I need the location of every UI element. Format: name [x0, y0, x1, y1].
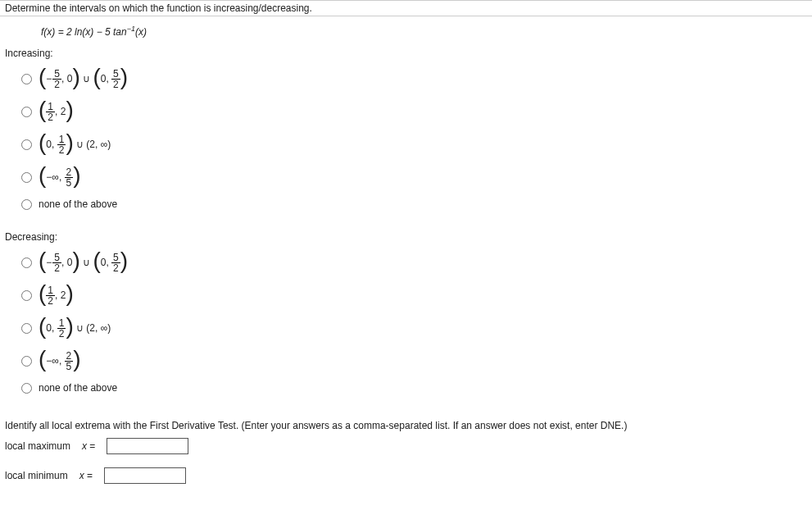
increasing-label: Increasing: [5, 43, 807, 62]
increasing-option-e-label: none of the above [39, 198, 117, 210]
decreasing-options: (−52, 0) ∪ (0, 52) (12, 2) (0, 12) ∪ (2,… [5, 246, 807, 399]
local-maximum-label: local maximum [5, 440, 70, 452]
decreasing-option-a-label: (−52, 0) ∪ (0, 52) [39, 251, 128, 274]
decreasing-option-d-label: (−∞, 25) [39, 349, 81, 372]
question-prompt: Determine the intervals on which the fun… [0, 0, 812, 16]
increasing-option-a-label: (−52, 0) ∪ (0, 52) [39, 67, 128, 90]
extrema-instruction: Identify all local extrema with the Firs… [5, 420, 807, 431]
decreasing-option-e-label: none of the above [39, 382, 117, 394]
increasing-option-a-radio[interactable] [21, 74, 32, 84]
decreasing-option-e-radio[interactable] [21, 383, 32, 394]
decreasing-option-c-label: (0, 12) ∪ (2, ∞) [39, 317, 111, 339]
decreasing-option-c-radio[interactable] [21, 323, 32, 334]
decreasing-option-b-radio[interactable] [21, 290, 32, 301]
local-maximum-input[interactable] [107, 438, 188, 454]
decreasing-option-b-label: (12, 2) [39, 284, 74, 307]
local-minimum-label: local minimum [5, 470, 68, 481]
increasing-options: (−52, 0) ∪ (0, 52) (12, 2) (0, 12) ∪ (2,… [5, 62, 807, 215]
local-minimum-input[interactable] [104, 467, 186, 484]
function-definition: f(x) = 2 ln(x) − 5 tan−1(x) [5, 20, 807, 43]
increasing-option-b-label: (12, 2) [39, 100, 74, 123]
increasing-option-b-radio[interactable] [21, 107, 32, 117]
increasing-option-c-label: (0, 12) ∪ (2, ∞) [39, 133, 111, 156]
increasing-option-c-radio[interactable] [21, 139, 32, 150]
decreasing-option-a-radio[interactable] [21, 257, 32, 268]
increasing-option-d-label: (−∞, 25) [39, 166, 81, 189]
increasing-option-d-radio[interactable] [21, 172, 32, 183]
equals-x-max: x = [82, 440, 95, 452]
decreasing-label: Decreasing: [5, 226, 807, 246]
increasing-option-e-radio[interactable] [21, 199, 32, 210]
equals-x-min: x = [79, 470, 93, 481]
decreasing-option-d-radio[interactable] [21, 356, 32, 367]
